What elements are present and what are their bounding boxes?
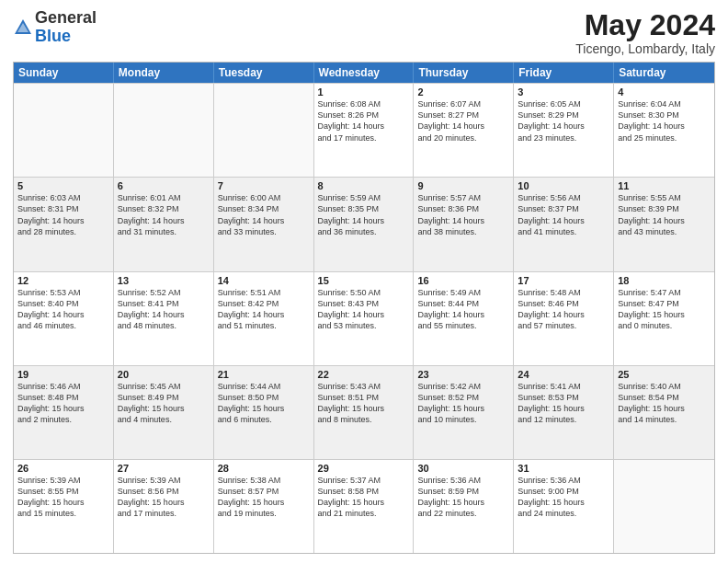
page: General Blue May 2024 Ticengo, Lombardy,…: [0, 0, 728, 563]
cell-info: Sunrise: 5:52 AM Sunset: 8:41 PM Dayligh…: [118, 287, 210, 332]
calendar-row: 5Sunrise: 6:03 AM Sunset: 8:31 PM Daylig…: [14, 177, 714, 270]
day-number: 8: [318, 180, 410, 191]
cell-info: Sunrise: 5:40 AM Sunset: 8:54 PM Dayligh…: [618, 381, 711, 426]
calendar-cell: 21Sunrise: 5:44 AM Sunset: 8:50 PM Dayli…: [214, 366, 314, 459]
day-number: 22: [318, 369, 410, 380]
day-number: 25: [618, 369, 711, 380]
calendar-row: 19Sunrise: 5:46 AM Sunset: 8:48 PM Dayli…: [14, 365, 714, 459]
calendar-cell: 12Sunrise: 5:53 AM Sunset: 8:40 PM Dayli…: [14, 272, 114, 365]
day-number: 4: [618, 86, 711, 98]
day-number: 23: [417, 369, 509, 380]
cell-info: Sunrise: 6:07 AM Sunset: 8:27 PM Dayligh…: [417, 98, 509, 144]
calendar-cell: 25Sunrise: 5:40 AM Sunset: 8:54 PM Dayli…: [614, 366, 714, 459]
day-number: 31: [518, 463, 609, 474]
location: Ticengo, Lombardy, Italy: [575, 41, 715, 56]
logo-icon: [13, 17, 33, 38]
day-number: 12: [17, 275, 109, 286]
cell-info: Sunrise: 5:44 AM Sunset: 8:50 PM Dayligh…: [218, 381, 310, 426]
day-number: 10: [518, 180, 609, 191]
day-number: 7: [218, 180, 310, 191]
cell-info: Sunrise: 5:50 AM Sunset: 8:43 PM Dayligh…: [318, 287, 410, 332]
cell-info: Sunrise: 5:45 AM Sunset: 8:49 PM Dayligh…: [118, 381, 210, 426]
calendar-cell: 24Sunrise: 5:41 AM Sunset: 8:53 PM Dayli…: [514, 366, 614, 459]
cell-info: Sunrise: 5:53 AM Sunset: 8:40 PM Dayligh…: [17, 287, 109, 332]
cell-info: Sunrise: 5:36 AM Sunset: 9:00 PM Dayligh…: [518, 475, 609, 520]
calendar-cell: 15Sunrise: 5:50 AM Sunset: 8:43 PM Dayli…: [314, 272, 415, 365]
day-number: 24: [518, 369, 609, 380]
cell-info: Sunrise: 5:39 AM Sunset: 8:55 PM Dayligh…: [17, 475, 109, 520]
day-number: 3: [518, 86, 609, 98]
cell-info: Sunrise: 5:56 AM Sunset: 8:37 PM Dayligh…: [518, 192, 609, 237]
cell-info: Sunrise: 6:05 AM Sunset: 8:29 PM Dayligh…: [518, 98, 609, 144]
calendar-header-day: Saturday: [614, 63, 714, 83]
day-number: 2: [417, 86, 509, 98]
calendar-cell: [214, 84, 314, 177]
calendar-cell: 1Sunrise: 6:08 AM Sunset: 8:26 PM Daylig…: [314, 84, 415, 177]
day-number: 5: [17, 180, 109, 191]
calendar-cell: 7Sunrise: 6:00 AM Sunset: 8:34 PM Daylig…: [214, 178, 314, 270]
day-number: 26: [17, 463, 109, 474]
cell-info: Sunrise: 6:01 AM Sunset: 8:32 PM Dayligh…: [118, 192, 210, 237]
calendar-cell: 13Sunrise: 5:52 AM Sunset: 8:41 PM Dayli…: [114, 272, 214, 365]
calendar-row: 12Sunrise: 5:53 AM Sunset: 8:40 PM Dayli…: [14, 271, 714, 365]
calendar-header-day: Thursday: [414, 63, 514, 83]
day-number: 16: [417, 275, 509, 286]
calendar-cell: 16Sunrise: 5:49 AM Sunset: 8:44 PM Dayli…: [414, 272, 514, 365]
day-number: 27: [118, 463, 210, 474]
cell-info: Sunrise: 5:43 AM Sunset: 8:51 PM Dayligh…: [318, 381, 410, 426]
day-number: 15: [318, 275, 410, 286]
calendar-header-day: Monday: [114, 63, 214, 83]
calendar-cell: 9Sunrise: 5:57 AM Sunset: 8:36 PM Daylig…: [414, 178, 514, 270]
calendar-cell: 26Sunrise: 5:39 AM Sunset: 8:55 PM Dayli…: [14, 460, 114, 553]
calendar-cell: 22Sunrise: 5:43 AM Sunset: 8:51 PM Dayli…: [314, 366, 415, 459]
logo: General Blue: [13, 9, 97, 46]
day-number: 1: [318, 86, 410, 98]
calendar-cell: 3Sunrise: 6:05 AM Sunset: 8:29 PM Daylig…: [514, 84, 614, 177]
calendar-cell: 2Sunrise: 6:07 AM Sunset: 8:27 PM Daylig…: [414, 84, 514, 177]
calendar-header-day: Friday: [514, 63, 614, 83]
cell-info: Sunrise: 5:36 AM Sunset: 8:59 PM Dayligh…: [417, 475, 509, 520]
day-number: 13: [118, 275, 210, 286]
day-number: 20: [118, 369, 210, 380]
calendar-header-day: Tuesday: [214, 63, 314, 83]
calendar-cell: 14Sunrise: 5:51 AM Sunset: 8:42 PM Dayli…: [214, 272, 314, 365]
cell-info: Sunrise: 5:41 AM Sunset: 8:53 PM Dayligh…: [518, 381, 609, 426]
calendar-cell: 18Sunrise: 5:47 AM Sunset: 8:47 PM Dayli…: [614, 272, 714, 365]
calendar-cell: [114, 84, 214, 177]
calendar-header: SundayMondayTuesdayWednesdayThursdayFrid…: [14, 63, 714, 83]
logo-text: General Blue: [35, 9, 97, 46]
calendar-cell: 20Sunrise: 5:45 AM Sunset: 8:49 PM Dayli…: [114, 366, 214, 459]
day-number: 14: [218, 275, 310, 286]
calendar-cell: 8Sunrise: 5:59 AM Sunset: 8:35 PM Daylig…: [314, 178, 415, 270]
calendar-header-day: Wednesday: [314, 63, 415, 83]
calendar-cell: 19Sunrise: 5:46 AM Sunset: 8:48 PM Dayli…: [14, 366, 114, 459]
calendar-cell: 11Sunrise: 5:55 AM Sunset: 8:39 PM Dayli…: [614, 178, 714, 270]
cell-info: Sunrise: 5:39 AM Sunset: 8:56 PM Dayligh…: [118, 475, 210, 520]
cell-info: Sunrise: 5:59 AM Sunset: 8:35 PM Dayligh…: [318, 192, 410, 237]
cell-info: Sunrise: 5:57 AM Sunset: 8:36 PM Dayligh…: [417, 192, 509, 237]
calendar-header-day: Sunday: [14, 63, 114, 83]
cell-info: Sunrise: 5:42 AM Sunset: 8:52 PM Dayligh…: [417, 381, 509, 426]
cell-info: Sunrise: 5:55 AM Sunset: 8:39 PM Dayligh…: [618, 192, 711, 237]
cell-info: Sunrise: 5:49 AM Sunset: 8:44 PM Dayligh…: [417, 287, 509, 332]
logo-general: General: [35, 8, 97, 27]
cell-info: Sunrise: 6:03 AM Sunset: 8:31 PM Dayligh…: [17, 192, 109, 237]
cell-info: Sunrise: 5:51 AM Sunset: 8:42 PM Dayligh…: [218, 287, 310, 332]
calendar-cell: 23Sunrise: 5:42 AM Sunset: 8:52 PM Dayli…: [414, 366, 514, 459]
day-number: 17: [518, 275, 609, 286]
cell-info: Sunrise: 5:47 AM Sunset: 8:47 PM Dayligh…: [618, 287, 711, 332]
day-number: 11: [618, 180, 711, 191]
cell-info: Sunrise: 5:38 AM Sunset: 8:57 PM Dayligh…: [218, 475, 310, 520]
month-title: May 2024: [575, 9, 715, 41]
cell-info: Sunrise: 6:08 AM Sunset: 8:26 PM Dayligh…: [318, 98, 410, 144]
calendar-row: 26Sunrise: 5:39 AM Sunset: 8:55 PM Dayli…: [14, 459, 714, 553]
calendar-cell: 6Sunrise: 6:01 AM Sunset: 8:32 PM Daylig…: [114, 178, 214, 270]
day-number: 6: [118, 180, 210, 191]
cell-info: Sunrise: 5:37 AM Sunset: 8:58 PM Dayligh…: [318, 475, 410, 520]
day-number: 28: [218, 463, 310, 474]
calendar-body: 1Sunrise: 6:08 AM Sunset: 8:26 PM Daylig…: [14, 83, 714, 553]
calendar-cell: 30Sunrise: 5:36 AM Sunset: 8:59 PM Dayli…: [414, 460, 514, 553]
cell-info: Sunrise: 6:00 AM Sunset: 8:34 PM Dayligh…: [218, 192, 310, 237]
calendar-cell: [14, 84, 114, 177]
logo-blue: Blue: [35, 27, 71, 45]
